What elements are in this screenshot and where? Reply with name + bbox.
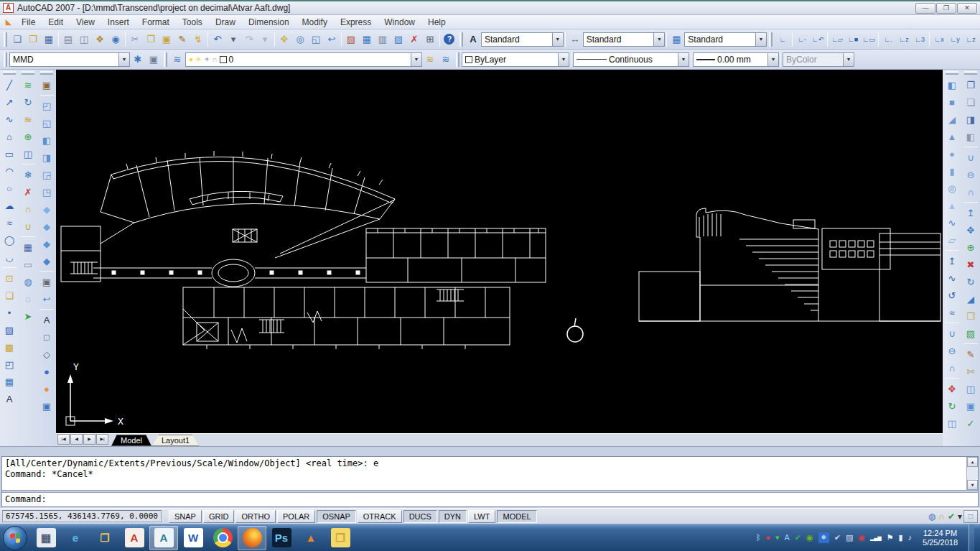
toggle-polar[interactable]: POLAR (277, 510, 315, 523)
back-view-icon[interactable]: ◳ (38, 183, 55, 200)
sheetset-manager-icon[interactable]: ▧ (391, 32, 406, 47)
toolbar-grip[interactable] (456, 52, 459, 67)
menu-window[interactable]: Window (378, 16, 421, 29)
beats-audio-icon[interactable]: ● (765, 534, 770, 542)
polygon-icon[interactable]: ⌂ (1, 128, 18, 145)
layer-combo[interactable]: ● ☀ ✶ ∩ 0 ▼ (185, 52, 422, 67)
shell-icon[interactable]: ▣ (962, 397, 979, 415)
spline-icon[interactable]: ≈ (1, 214, 18, 231)
multiline-text-icon[interactable]: A (1, 390, 18, 407)
layer-viewport-icon[interactable]: ✶ (204, 55, 210, 63)
tab-nav-next-icon[interactable]: ▶ (83, 434, 95, 445)
chevron-down-icon[interactable]: ▼ (767, 53, 778, 66)
revolve-icon[interactable]: ↺ (943, 287, 961, 304)
send-under-icon[interactable]: ◧ (962, 128, 979, 145)
bottom-view-icon[interactable]: ◱ (38, 114, 55, 131)
redo-list-arrow-icon[interactable]: ▾ (257, 32, 273, 47)
save-icon[interactable]: ▦ (41, 32, 57, 47)
helix-icon[interactable]: ∿ (943, 214, 961, 231)
region-icon[interactable]: ◰ (1, 356, 18, 373)
taskbar-autocad-classic-icon[interactable]: A (120, 526, 149, 550)
menu-insert[interactable]: Insert (101, 16, 136, 29)
qnew-icon[interactable]: ❏ (9, 32, 25, 47)
ucs-previous-icon[interactable]: ∟↶ (810, 32, 826, 47)
help-icon[interactable]: ? (442, 32, 457, 47)
menu-express[interactable]: Express (334, 16, 378, 29)
save-layer-states-icon[interactable]: ▦ (19, 239, 37, 256)
command-input[interactable]: Command: (2, 493, 978, 506)
lineweight-combo[interactable]: 0.00 mm ▼ (693, 52, 779, 67)
plot-icon[interactable]: ▤ (60, 32, 76, 47)
toolbar-grip[interactable] (769, 32, 773, 47)
copy-icon[interactable]: ❐ (143, 32, 159, 47)
arc-icon[interactable]: ◠ (1, 162, 18, 180)
toggle-dyn[interactable]: DYN (439, 510, 467, 523)
hatch-icon[interactable]: ▨ (1, 321, 18, 338)
undo-list-arrow-icon[interactable]: ▾ (225, 32, 241, 47)
vs-2d-wireframe-icon[interactable]: A (38, 311, 55, 328)
menu-dimension[interactable]: Dimension (242, 16, 296, 29)
toggle-model[interactable]: MODEL (497, 510, 536, 523)
imprint-icon[interactable]: ✎ (962, 346, 979, 363)
taskbar-ie-icon[interactable]: e (61, 526, 90, 550)
taskbar-vlc-icon[interactable]: ▲ (297, 526, 325, 550)
drawing-canvas[interactable]: Y X (56, 70, 943, 433)
nw-isometric-icon[interactable]: ◆ (38, 252, 55, 269)
ucs-3point-icon[interactable]: ∟3 (912, 32, 928, 47)
menu-format[interactable]: Format (136, 16, 176, 29)
pan-icon[interactable]: ✥ (276, 32, 292, 47)
named-views-icon[interactable]: ▣ (38, 76, 55, 93)
workspace-settings-icon[interactable]: ✱ (130, 52, 146, 68)
ucs-y-icon[interactable]: ∟y (947, 32, 963, 47)
block-editor-icon[interactable]: ↯ (190, 32, 206, 47)
command-history[interactable]: [All/Center/Dynamic/Extents/Previous/Sca… (2, 457, 978, 490)
paste-icon[interactable]: ▣ (159, 32, 174, 47)
planar-surface-icon[interactable]: ▱ (943, 231, 961, 249)
tab-layout1[interactable]: Layout1 (152, 435, 199, 446)
insert-block-icon[interactable]: ⊡ (1, 269, 18, 287)
point-icon[interactable]: • (1, 304, 18, 321)
cylinder-icon[interactable]: ▮ (943, 162, 961, 180)
3d-move-icon[interactable]: ✥ (943, 380, 961, 397)
make-object-layer-current-icon[interactable]: ≋ (422, 52, 438, 68)
loft-icon[interactable]: ≈ (943, 304, 961, 321)
intersect2-icon[interactable]: ∩ (962, 183, 979, 200)
layer-properties-manager-icon[interactable]: ≋ (169, 52, 185, 68)
safely-remove-icon[interactable]: ✔ (834, 534, 841, 542)
polysolid-icon[interactable]: ◧ (943, 76, 961, 93)
color-faces-icon[interactable]: ▨ (962, 325, 979, 342)
toolbar-lock-icon[interactable]: ∩ (938, 511, 945, 522)
layer-match-icon[interactable]: ≋ (19, 111, 37, 128)
restore-button[interactable]: ❐ (936, 3, 956, 14)
taskbar-clock[interactable]: 12:24 PM 5/25/2018 (917, 529, 963, 547)
union2-icon[interactable]: ∪ (962, 149, 979, 166)
make-block-icon[interactable]: ❏ (1, 287, 18, 304)
sphere-icon[interactable]: ● (943, 145, 961, 162)
undo-icon[interactable]: ↶ (210, 32, 225, 47)
dim-style-combo[interactable]: Standard ▼ (583, 32, 666, 47)
layer-lock-icon[interactable]: ∩ (19, 200, 37, 218)
network-signal-icon[interactable]: ▂▄▆ (870, 535, 882, 540)
bring-above-icon[interactable]: ◨ (962, 111, 979, 128)
tab-nav-last-icon[interactable]: ▶| (96, 434, 108, 445)
zoom-window-icon[interactable]: ◱ (308, 32, 324, 47)
constrained-orbit-icon[interactable]: ◍ (19, 273, 37, 290)
ucs-icon[interactable]: ∟ (775, 32, 790, 47)
zoom-realtime-icon[interactable]: ◎ (292, 32, 308, 47)
layer-states-icon[interactable]: ≋ (19, 76, 37, 93)
layer-unlock-icon[interactable]: ∪ (19, 218, 37, 235)
properties-icon[interactable]: ▨ (343, 32, 359, 47)
polyline-icon[interactable]: ∿ (1, 111, 18, 128)
gradient-icon[interactable]: ▩ (1, 338, 18, 356)
toggle-snap[interactable]: SNAP (169, 510, 202, 523)
subtract2-icon[interactable]: ⊖ (962, 166, 979, 183)
vs-3d-hidden-icon[interactable]: ◇ (38, 346, 55, 363)
download-manager-icon[interactable]: ✔ (795, 534, 801, 542)
ucs-origin-icon[interactable]: ∟. (880, 32, 896, 47)
redo-icon[interactable]: ↷ (241, 32, 257, 47)
chevron-down-icon[interactable]: ▼ (755, 33, 766, 46)
menu-draw[interactable]: Draw (209, 16, 242, 29)
menu-file[interactable]: File (15, 16, 42, 29)
ne-isometric-icon[interactable]: ◆ (38, 235, 55, 252)
left-view-icon[interactable]: ◧ (38, 131, 55, 149)
